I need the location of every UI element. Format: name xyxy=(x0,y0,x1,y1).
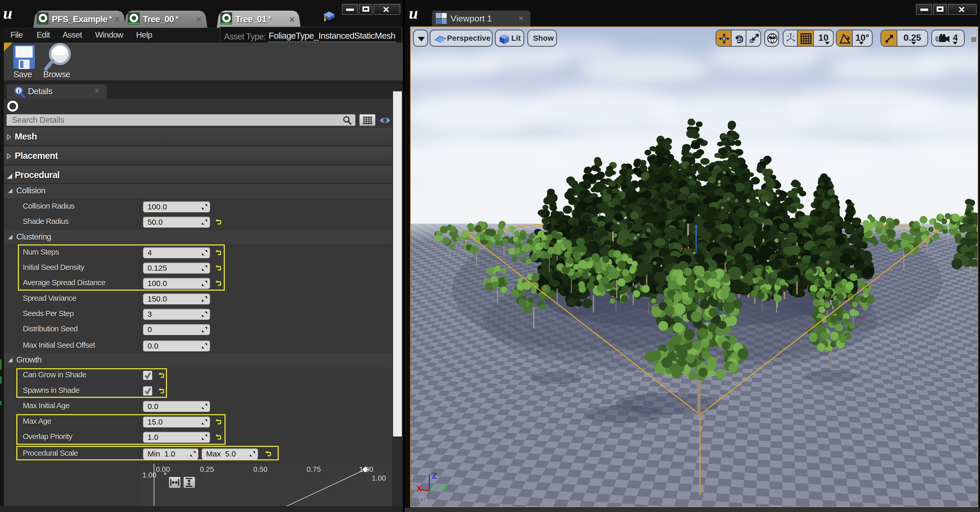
svg-text:Y: Y xyxy=(442,484,448,493)
svg-text:i: i xyxy=(18,88,19,94)
svg-text:X: X xyxy=(416,484,422,493)
svg-text:?: ? xyxy=(421,496,425,504)
svg-text:Z: Z xyxy=(432,471,437,480)
